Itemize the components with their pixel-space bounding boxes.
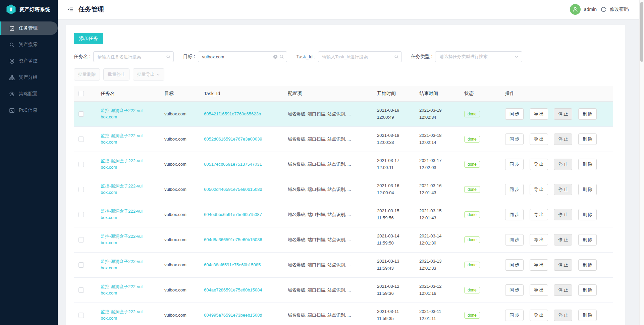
- sync-button[interactable]: 同步: [505, 259, 524, 271]
- row-checkbox[interactable]: [78, 137, 84, 142]
- task-type-select[interactable]: 请选择任务类型进行搜索: [435, 51, 522, 62]
- batch-delete-button[interactable]: 批量删除: [74, 68, 100, 80]
- task-id-input[interactable]: [318, 51, 402, 62]
- task-name-link[interactable]: 监控-漏洞盒子222-vulbox.com: [101, 284, 144, 296]
- main-content: 添加任务 任务名 :: [58, 19, 644, 325]
- task-id-link[interactable]: 605421f16591e7760e65623b: [204, 111, 261, 116]
- search-icon[interactable]: [166, 54, 171, 59]
- scrollbar-thumb[interactable]: [640, 2, 643, 62]
- add-task-button[interactable]: 添加任务: [74, 33, 103, 44]
- logout-icon[interactable]: [601, 7, 606, 12]
- chevron-down-icon: [515, 55, 519, 59]
- start-time: 12:00:11: [377, 164, 414, 171]
- row-checkbox[interactable]: [78, 187, 84, 192]
- row-checkbox[interactable]: [78, 111, 84, 117]
- task-id-link[interactable]: 60517ecb6591e75137547031: [204, 162, 262, 167]
- end-time: 12:01:16: [419, 290, 459, 297]
- export-button[interactable]: 导出: [530, 234, 548, 246]
- task-name-link[interactable]: 监控-漏洞盒子222-vulbox.com: [101, 183, 144, 196]
- sidebar-item-asset-search[interactable]: 资产搜索: [0, 38, 58, 51]
- task-type-placeholder: 请选择任务类型进行搜索: [439, 54, 487, 60]
- task-table: 任务名 目标 Task_Id 配置项 开始时间 结束时间 状态 操作: [74, 86, 613, 325]
- sidebar-item-policy-config[interactable]: 策略配置: [0, 87, 58, 101]
- stop-button[interactable]: 停止: [554, 259, 572, 271]
- task-id-link[interactable]: 604c38af6591e75e60b15085: [204, 262, 261, 267]
- stop-button[interactable]: 停止: [554, 310, 572, 321]
- row-checkbox[interactable]: [78, 237, 84, 242]
- export-button[interactable]: 导出: [530, 310, 548, 321]
- stop-button[interactable]: 停止: [554, 108, 572, 120]
- export-button[interactable]: 导出: [530, 284, 548, 296]
- delete-button[interactable]: 删除: [578, 133, 597, 145]
- export-button[interactable]: 导出: [530, 108, 548, 120]
- sidebar-item-task-management[interactable]: 任务管理: [0, 21, 58, 35]
- row-checkbox[interactable]: [78, 262, 84, 268]
- row-checkbox[interactable]: [78, 313, 84, 318]
- delete-button[interactable]: 删除: [578, 310, 597, 321]
- stop-button[interactable]: 停止: [554, 184, 572, 195]
- stop-button[interactable]: 停止: [554, 284, 572, 296]
- delete-button[interactable]: 删除: [578, 184, 597, 195]
- task-name-link[interactable]: 监控-漏洞盒子222-vulbox.com: [101, 133, 144, 146]
- sync-button[interactable]: 同步: [505, 133, 524, 145]
- task-id-link[interactable]: 604d8a366591e75e60b15086: [204, 237, 262, 242]
- export-button[interactable]: 导出: [530, 209, 548, 220]
- task-name-link[interactable]: 监控-漏洞盒子222-vulbox.com: [101, 233, 144, 246]
- task-name-link[interactable]: 监控-漏洞盒子222-vulbox.com: [101, 309, 144, 322]
- start-date: 2021-03-19: [377, 107, 414, 114]
- task-id-link[interactable]: 60502d446591e75e60b1508d: [204, 187, 262, 192]
- stop-button[interactable]: 停止: [554, 234, 572, 246]
- sync-button[interactable]: 同步: [505, 234, 524, 246]
- export-button[interactable]: 导出: [530, 184, 548, 195]
- sidebar-item-asset-monitor[interactable]: 资产监控: [0, 54, 58, 68]
- sync-button[interactable]: 同步: [505, 284, 524, 296]
- delete-button[interactable]: 删除: [578, 284, 597, 296]
- delete-button[interactable]: 删除: [578, 209, 597, 220]
- task-id-link[interactable]: 604995a76591e73beeb1508d: [204, 313, 262, 318]
- target-cell: vulbox.com: [164, 187, 186, 192]
- sync-button[interactable]: 同步: [505, 209, 524, 220]
- status-badge: done: [464, 262, 480, 268]
- export-button[interactable]: 导出: [530, 159, 548, 170]
- batch-export-button[interactable]: 批量导出: [133, 68, 164, 80]
- sidebar-item-asset-group[interactable]: 资产分组: [0, 71, 58, 84]
- table-row: 监控-漏洞盒子222-vulbox.com vulbox.com 6052d06…: [74, 126, 613, 152]
- task-id-link[interactable]: 604edbbc6591e75e60b15087: [204, 212, 262, 217]
- delete-button[interactable]: 删除: [578, 259, 597, 271]
- batch-stop-button[interactable]: 批量停止: [103, 68, 129, 80]
- task-name-input[interactable]: [93, 51, 174, 62]
- delete-button[interactable]: 删除: [578, 234, 597, 246]
- end-date: 2021-03-12: [419, 283, 459, 290]
- search-icon[interactable]: [279, 54, 284, 59]
- target-cell: vulbox.com: [164, 237, 186, 242]
- sidebar-item-poc-info[interactable]: PoC信息: [0, 104, 58, 117]
- task-name-link[interactable]: 监控-漏洞盒子222-vulbox.com: [101, 108, 144, 120]
- stop-button[interactable]: 停止: [554, 133, 572, 145]
- change-password-link[interactable]: 修改密码: [610, 6, 629, 12]
- row-checkbox[interactable]: [78, 287, 84, 293]
- delete-button[interactable]: 删除: [578, 108, 597, 120]
- row-checkbox[interactable]: [78, 162, 84, 167]
- search-icon[interactable]: [394, 54, 399, 59]
- stop-button[interactable]: 停止: [554, 209, 572, 220]
- export-button[interactable]: 导出: [530, 259, 548, 271]
- sync-button[interactable]: 同步: [505, 184, 524, 195]
- terminal-icon: [9, 108, 15, 113]
- menu-collapse-icon[interactable]: [68, 6, 74, 12]
- filter-task-type: 任务类型 : 请选择任务类型进行搜索: [411, 51, 523, 62]
- task-name-link[interactable]: 监控-漏洞盒子222-vulbox.com: [101, 158, 144, 171]
- task-name-link[interactable]: 监控-漏洞盒子222-vulbox.com: [101, 208, 144, 221]
- task-id-link[interactable]: 6052d0616591e767e3a00039: [204, 137, 262, 142]
- select-all-checkbox[interactable]: [78, 91, 84, 96]
- top-header: 任务管理 admin 修改密码: [58, 0, 644, 19]
- clear-icon[interactable]: [273, 54, 278, 59]
- sync-button[interactable]: 同步: [505, 108, 524, 120]
- task-id-link[interactable]: 604ae7286591e75e60b15084: [204, 287, 262, 292]
- delete-button[interactable]: 删除: [578, 159, 597, 170]
- stop-button[interactable]: 停止: [554, 159, 572, 170]
- row-checkbox[interactable]: [78, 212, 84, 217]
- task-name-link[interactable]: 监控-漏洞盒子222-vulbox.com: [101, 259, 144, 271]
- export-button[interactable]: 导出: [530, 133, 548, 145]
- sync-button[interactable]: 同步: [505, 159, 524, 170]
- sync-button[interactable]: 同步: [505, 310, 524, 321]
